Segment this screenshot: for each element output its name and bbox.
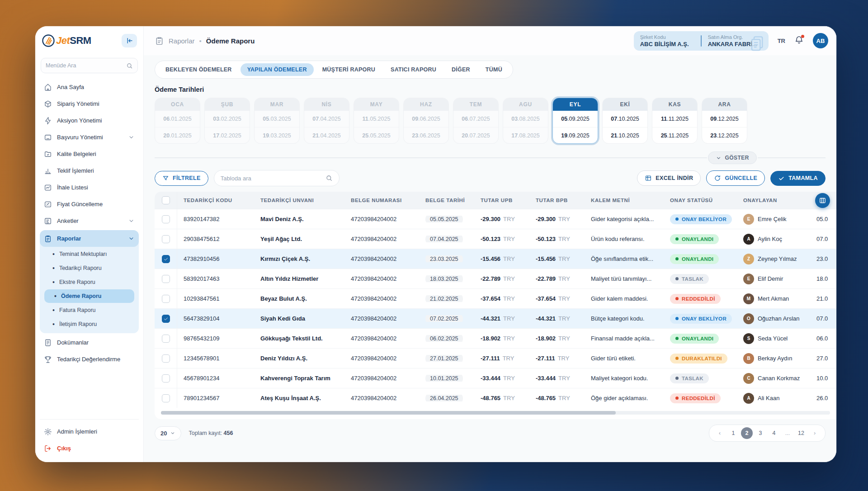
horizontal-scrollbar-thumb[interactable] (161, 411, 616, 415)
row-checkbox[interactable] (162, 235, 170, 243)
month-date-1: 06.07.2025 (453, 111, 498, 127)
org-selector-chip[interactable]: Şirket Kodu ABC BİLİŞİM A.Ş. Satın Alma … (634, 31, 769, 51)
sidebar-item-dokumanlar[interactable]: Dokümanlar (40, 334, 139, 351)
tab-tumu[interactable]: TÜMÜ (479, 63, 509, 76)
select-all-checkbox[interactable] (162, 196, 170, 204)
sidebar-subitem-label: Tedarikçi Raporu (59, 265, 102, 271)
search-icon (126, 62, 133, 69)
sidebar-item-siparis-yonetimi[interactable]: Sipariş Yönetimi (40, 95, 139, 112)
month-card-haz[interactable]: HAZ 09.06.2025 23.06.2025 (403, 98, 449, 144)
language-switch[interactable]: TR (778, 38, 785, 44)
month-card-tem[interactable]: TEM 06.07.2025 20.07.2025 (453, 98, 499, 144)
table-row[interactable]: 12345678901 Deniz Yıldızı A.Ş. 472039842… (155, 348, 836, 368)
month-card-kas[interactable]: KAS 11.11.2025 25.11.2025 (652, 98, 698, 144)
sidebar-item-iletisim-raporu[interactable]: • İletişim Raporu (42, 317, 136, 331)
page-size-select[interactable]: 20 (155, 426, 181, 440)
status-badge: ONAYLANDI (670, 334, 719, 344)
update-button[interactable]: GÜNCELLE (706, 170, 765, 186)
approver-name: Mert Akman (758, 295, 789, 302)
status-badge: ONAY BEKLİYOR (670, 314, 732, 324)
row-checkbox[interactable] (162, 255, 170, 263)
chevron-down-icon (716, 155, 722, 161)
sidebar-item-fatura-raporu[interactable]: • Fatura Raporu (42, 303, 136, 317)
tab-satici-raporu[interactable]: SATICI RAPORU (384, 63, 443, 76)
tab-musteri-raporu[interactable]: MÜŞTERİ RAPORU (316, 63, 382, 76)
table-row[interactable]: 29038475612 Yeşil Ağaç Ltd. 472039842040… (155, 229, 836, 249)
table-row[interactable]: 45678901234 Kahverengi Toprak Tarım 4720… (155, 368, 836, 388)
amount-bpb: -15.456TRY (529, 255, 585, 262)
row-checkbox[interactable] (162, 315, 170, 323)
table-row[interactable]: 98765432109 Gökkuşağı Tekstil Ltd. 47203… (155, 328, 836, 348)
page-size-value: 20 (160, 430, 167, 437)
sidebar-collapse-button[interactable] (122, 34, 137, 47)
page-button-2[interactable]: 2 (741, 427, 753, 439)
table-row[interactable]: 56473829104 Siyah Kedi Gıda 472039842040… (155, 308, 836, 328)
page-button-4[interactable]: 4 (768, 427, 780, 439)
page-button-3[interactable]: 3 (755, 427, 766, 439)
month-card-agu[interactable]: AGU 03.08.2025 17.08.2025 (503, 98, 548, 144)
sidebar-item-admin-islemleri[interactable]: Admin İşlemleri (40, 423, 139, 440)
tab-yapilan-odemeler[interactable]: YAPILAN ÖDEMELER (241, 63, 314, 76)
month-card-mar[interactable]: MAR 05.03.2025 19.03.2025 (254, 98, 300, 144)
tab-bekleyen-odemeler[interactable]: BEKLEYEN ÖDEMELER (159, 63, 239, 76)
approver-name: Ali Kaan (758, 395, 779, 401)
sidebar-item-basvuru-yonetimi[interactable]: Başvuru Yönetimi (40, 129, 139, 146)
show-toggle-button[interactable]: GÖSTER (708, 151, 757, 164)
month-card-oca[interactable]: OCA 06.01.2025 20.01.2025 (155, 98, 200, 144)
table-search-input[interactable] (221, 175, 322, 182)
row-checkbox[interactable] (162, 275, 170, 283)
sidebar-item-raporlar[interactable]: Raporlar (40, 230, 139, 247)
month-date-2: 19.03.2025 (255, 127, 299, 143)
month-card-ara[interactable]: ARA 09.12.2025 23.12.2025 (702, 98, 747, 144)
status-cell: ONAYLANDI (664, 254, 737, 264)
sidebar-item-c-k-s[interactable]: Çıkış (40, 440, 139, 457)
page-button-12[interactable]: 12 (795, 427, 807, 439)
sidebar-item-teklif-islemleri[interactable]: Teklif İşlemleri (40, 162, 139, 179)
filter-button[interactable]: FİLTRELE (155, 171, 208, 186)
sidebar-search-input[interactable] (46, 62, 123, 69)
table-row[interactable]: 47382910456 Kırmızı Çiçek A.Ş. 472039842… (155, 249, 836, 269)
column-settings-button[interactable] (815, 193, 830, 208)
month-card-eyl[interactable]: EYL 05.09.2025 19.09.2025 (552, 98, 598, 144)
next-page-button[interactable]: › (809, 427, 821, 439)
sidebar-item-tedarikci-degerlendirme[interactable]: Tedarikçi Değerlendirme (40, 351, 139, 368)
prev-page-button[interactable]: ‹ (714, 427, 726, 439)
sidebar-item-fiyat-guncelleme[interactable]: Fiyat Güncelleme (40, 196, 139, 212)
sidebar-item-ekstre-raporu[interactable]: • Ekstre Raporu (42, 275, 136, 289)
month-date-1: 05.09.2025 (553, 111, 598, 127)
month-card-eki[interactable]: EKİ 07.10.2025 21.10.2025 (602, 98, 648, 144)
table-row[interactable]: 78901234567 Ateş Kuşu İnşaat A.Ş. 472039… (155, 388, 836, 408)
user-avatar[interactable]: AB (813, 33, 828, 48)
month-card-nis[interactable]: NİS 07.04.2025 21.04.2025 (304, 98, 349, 144)
month-card-sub[interactable]: ŞUB 03.02.2025 17.02.2025 (204, 98, 250, 144)
clipboard-icon (155, 36, 164, 46)
row-checkbox[interactable] (162, 335, 170, 343)
row-checkbox[interactable] (162, 374, 170, 382)
supplier-code: 78901234567 (177, 395, 254, 401)
table-row[interactable]: 58392017463 Altın Yıldız Hizmetler 47203… (155, 269, 836, 288)
sidebar-item-aksiyon-yonetimi[interactable]: Aksiyon Yönetimi (40, 112, 139, 129)
month-card-may[interactable]: MAY 11.05.2025 25.05.2025 (354, 98, 399, 144)
month-date-2: 21.04.2025 (304, 127, 349, 143)
sidebar-item-tedarikci-raporu[interactable]: • Tedarikçi Raporu (42, 261, 136, 275)
sidebar-item-anketler[interactable]: Anketler (40, 212, 139, 229)
tab-diger[interactable]: DİĞER (445, 63, 477, 76)
table-row[interactable]: 10293847561 Beyaz Bulut A.Ş. 47203984204… (155, 288, 836, 308)
table-row[interactable]: 83920147382 Mavi Deniz A.Ş. 472039842040… (155, 209, 836, 229)
company-code-selector[interactable]: Şirket Kodu ABC BİLİŞİM A.Ş. (640, 34, 694, 47)
sidebar-item-teminat-mektuplar[interactable]: • Teminat Mektupları (42, 247, 136, 261)
row-checkbox[interactable] (162, 394, 170, 402)
excel-download-button[interactable]: EXCEL İNDİR (637, 170, 701, 186)
row-checkbox[interactable] (162, 354, 170, 363)
row-checkbox[interactable] (162, 215, 170, 223)
sidebar-item-ana-sayfa[interactable]: Ana Sayfa (40, 79, 139, 95)
sidebar-item-kalite-belgeleri[interactable]: Kalite Belgeleri (40, 146, 139, 162)
page-button-1[interactable]: 1 (727, 427, 739, 439)
row-checkbox[interactable] (162, 295, 170, 303)
sidebar-item-ihale-listesi[interactable]: İhale Listesi (40, 179, 139, 196)
check-icon (778, 175, 785, 182)
complete-button[interactable]: TAMAMLA (770, 171, 826, 186)
breadcrumb-section[interactable]: Raporlar (169, 37, 195, 45)
notifications-button[interactable] (794, 35, 804, 47)
sidebar-item-odeme-raporu[interactable]: • Ödeme Raporu (44, 289, 134, 303)
